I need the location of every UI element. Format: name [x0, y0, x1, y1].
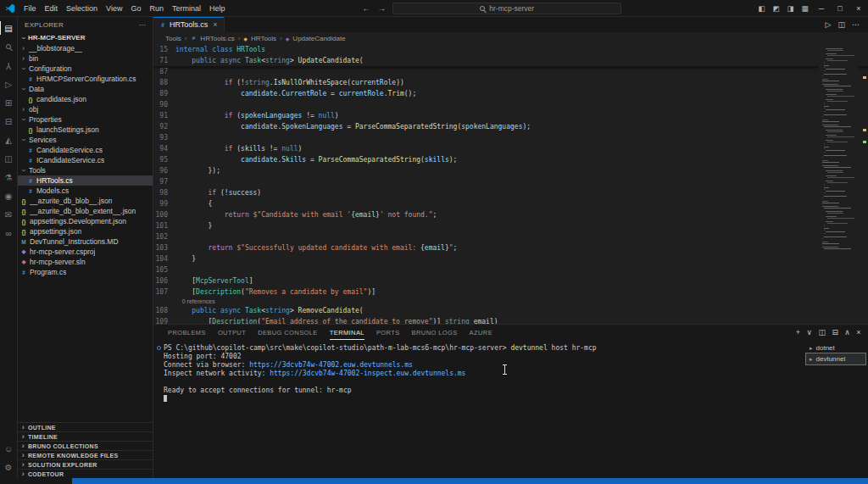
tree-item[interactable]: {}launchSettings.json [18, 125, 153, 135]
tree-item[interactable]: ›Configuration [18, 64, 153, 74]
panel-tab-debug-console[interactable]: DEBUG CONSOLE [252, 325, 324, 340]
search-icon[interactable] [0, 37, 18, 56]
settings-icon[interactable]: ⚙ [0, 458, 18, 476]
accounts-icon[interactable]: ☺ [0, 439, 18, 458]
tree-item[interactable]: MDevTunnel_Instructions.MD [18, 236, 153, 247]
code-line[interactable]: 95 candidate.Skills = ParseCommaSeparate… [153, 154, 868, 165]
tree-item[interactable]: ›Properties [18, 114, 153, 125]
bruno-icon[interactable]: ◉ [0, 186, 18, 205]
maximize-panel-icon[interactable]: ∧ [844, 328, 850, 337]
split-editor-icon[interactable]: ◫ [837, 20, 845, 29]
more-actions-icon[interactable]: ⋯ [852, 20, 860, 29]
code-line[interactable]: 105 [153, 264, 868, 275]
tree-item[interactable]: ›__blobstorage__ [18, 43, 153, 53]
sidebar-section-outline[interactable]: ›OUTLINE [18, 422, 153, 431]
breadcrumb-item[interactable]: HRTools.cs [200, 35, 234, 42]
code-line[interactable]: 98 if (!success) [153, 187, 868, 198]
menu-go[interactable]: Go [126, 4, 145, 13]
kill-terminal-icon[interactable]: ⊟ [832, 328, 838, 337]
terminal-session-dotnet[interactable]: ▸dotnet [806, 342, 865, 353]
toggle-secondary-sidebar-icon[interactable]: ◨ [783, 4, 798, 13]
tree-item[interactable]: #HRMCPServerConfiguration.cs [18, 74, 153, 84]
new-terminal-icon[interactable]: + [796, 328, 801, 337]
tree-item[interactable]: {}appsettings.json [18, 226, 153, 236]
close-button[interactable]: × [849, 0, 868, 16]
testing-icon[interactable]: ⚗ [0, 168, 18, 186]
toggle-sidebar-icon[interactable]: ◧ [754, 4, 769, 13]
tree-item[interactable]: ›obj [18, 104, 153, 114]
tree-item[interactable]: {}__azurite_db_blob__.json [18, 196, 153, 206]
minimap[interactable] [819, 44, 858, 324]
breadcrumb-item[interactable]: HRTools [251, 35, 276, 42]
code-line[interactable]: 89 candidate.CurrentRole = currentRole.T… [153, 88, 868, 99]
sidebar-section-timeline[interactable]: ›TIMELINE [18, 431, 153, 441]
tree-item[interactable]: #Models.cs [18, 186, 153, 196]
code-line[interactable]: 96 }); [153, 165, 868, 176]
code-line[interactable]: 104 } [153, 253, 868, 264]
explorer-icon[interactable]: ▤ [0, 19, 18, 37]
project-section-header[interactable]: › HR-MCP-SERVER [18, 32, 153, 43]
code-line[interactable]: 106 [McpServerTool] [153, 275, 868, 287]
tree-item[interactable]: {}appsettings.Development.json [18, 216, 153, 226]
code-line[interactable]: 93 [153, 132, 868, 143]
close-tab-icon[interactable]: × [213, 20, 217, 29]
status-bar-remote[interactable] [72, 478, 868, 484]
run-button[interactable]: ▷ [826, 20, 832, 29]
sidebar-section-solution-explorer[interactable]: ›SOLUTION EXPLORER [18, 459, 153, 469]
tree-item[interactable]: ›Tools [18, 165, 153, 175]
code-line[interactable]: 71 public async Task<string> UpdateCandi… [153, 55, 868, 66]
menu-file[interactable]: File [19, 4, 41, 13]
forward-icon[interactable]: → [377, 3, 386, 13]
tree-item[interactable]: #CandidateService.cs [18, 145, 153, 155]
code-line[interactable]: 87 [153, 66, 868, 77]
command-center-search[interactable]: hr-mcp-server [392, 3, 621, 14]
customize-layout-icon[interactable]: ▦ [798, 4, 812, 13]
mail-icon[interactable]: ✉ [0, 205, 18, 224]
codelens-line[interactable]: 0 references [153, 298, 868, 305]
code-line[interactable]: 99 { [153, 198, 868, 209]
code-line[interactable]: 15internal class HRTools [153, 44, 868, 55]
scrollbar[interactable] [863, 44, 866, 324]
source-control-icon[interactable]: Y [0, 56, 18, 75]
panel-tab-azure[interactable]: AZURE [464, 325, 498, 340]
breadcrumb-item[interactable]: UpdateCandidate [292, 35, 345, 42]
panel-tab-terminal[interactable]: TERMINAL [324, 325, 370, 340]
containers-icon[interactable]: ◫ [0, 149, 18, 168]
tab-hrtools[interactable]: # HRTools.cs × [153, 17, 225, 32]
code-line[interactable]: 103 return $"Successfully updated candid… [153, 242, 868, 253]
code-line[interactable]: 88 if (!string.IsNullOrWhiteSpace(curren… [153, 77, 868, 88]
tree-item[interactable]: ›Services [18, 135, 153, 145]
tree-item[interactable]: ◆hr-mcp-server.csproj [18, 247, 153, 257]
code-line[interactable]: 100 return $"Candidate with email '{emai… [153, 209, 868, 220]
code-line[interactable]: 109 [Description("Email address of the c… [153, 316, 868, 324]
tree-item[interactable]: #ICandidateService.cs [18, 155, 153, 165]
terminal-dropdown-icon[interactable]: ∨ [806, 328, 812, 337]
code-line[interactable]: 108 public async Task<string> RemoveCand… [153, 305, 868, 316]
sidebar-section-remote-knowledge-files[interactable]: ›REMOTE KNOWLEDGE FILES [18, 450, 153, 459]
menu-view[interactable]: View [102, 4, 126, 13]
code-line[interactable]: 92 candidate.SpokenLanguages = ParseComm… [153, 121, 868, 132]
code-line[interactable]: 101 } [153, 220, 868, 231]
code-editor[interactable]: 15internal class HRTools71 public async … [153, 44, 868, 324]
codetour-icon[interactable]: ∞ [0, 224, 18, 242]
code-line[interactable]: 94 if (skills != null) [153, 143, 868, 154]
run-debug-icon[interactable]: ▷ [0, 75, 18, 93]
sidebar-section-bruno-collections[interactable]: ›BRUNO COLLECTIONS [18, 441, 153, 450]
split-terminal-icon[interactable]: ◫ [818, 328, 826, 337]
views-more-icon[interactable]: ⋯ [139, 21, 146, 29]
sidebar-section-codetour[interactable]: ›CODETOUR [18, 469, 153, 478]
remote-explorer-icon[interactable]: ⊟ [0, 112, 18, 131]
toggle-panel-icon[interactable]: ◩ [769, 4, 783, 13]
minimize-button[interactable]: ─ [812, 0, 831, 16]
code-line[interactable]: 90 [153, 99, 868, 110]
tree-item[interactable]: ◆hr-mcp-server.sln [18, 257, 153, 267]
panel-tab-ports[interactable]: PORTS [370, 325, 406, 340]
tree-item[interactable]: {}candidates.json [18, 94, 153, 104]
menu-terminal[interactable]: Terminal [168, 4, 205, 13]
terminal[interactable]: PS C:\github\copilot-camp\src\make\copil… [153, 340, 804, 478]
tree-item[interactable]: #Program.cs [18, 267, 153, 277]
terminal-session-devtunnel[interactable]: ▸devtunnel [806, 353, 865, 364]
extensions-icon[interactable]: ⊞ [0, 93, 18, 112]
azure-icon[interactable]: ◭ [0, 131, 18, 149]
tree-item[interactable]: ›Data [18, 84, 153, 94]
